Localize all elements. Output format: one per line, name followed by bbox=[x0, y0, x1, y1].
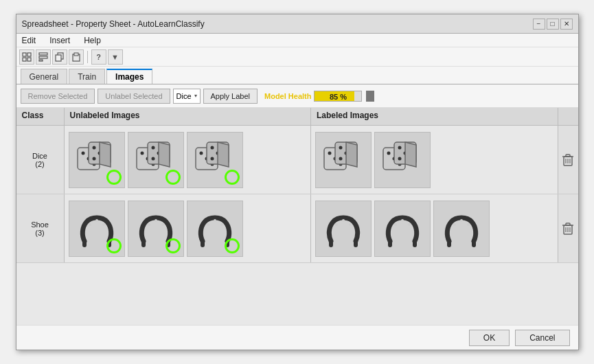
dice-class-label: Dice(2) bbox=[32, 152, 47, 168]
dice-unlabeled-thumb-1[interactable] bbox=[69, 132, 125, 188]
svg-point-85 bbox=[342, 219, 345, 222]
green-circle-overlay-2 bbox=[165, 170, 181, 185]
col-labeled-header: Labeled Images bbox=[311, 108, 558, 125]
menu-insert[interactable]: Insert bbox=[47, 36, 73, 45]
tab-general[interactable]: General bbox=[21, 69, 68, 84]
main-window: Spreadsheet - Property Sheet - AutoLearn… bbox=[16, 14, 579, 350]
menu-edit[interactable]: Edit bbox=[19, 36, 39, 45]
unlabel-selected-button[interactable]: Unlabel Selected bbox=[98, 89, 170, 104]
svg-rect-3 bbox=[27, 58, 31, 61]
horseshoe-labeled-svg-3 bbox=[441, 208, 482, 249]
col-delete-header bbox=[558, 108, 578, 125]
svg-point-86 bbox=[349, 223, 352, 226]
shoe-class-label: Shoe(3) bbox=[31, 220, 49, 237]
svg-rect-10 bbox=[74, 53, 78, 56]
toolbar-arrow-button[interactable]: ▼ bbox=[108, 49, 123, 65]
dropdown-value: Dice bbox=[176, 92, 192, 100]
shoe-green-circle-1 bbox=[106, 238, 122, 253]
content-area: Class Unlabeled Images Labeled Images Di… bbox=[16, 108, 578, 325]
svg-point-12 bbox=[81, 151, 84, 155]
model-health-label: Model Health bbox=[264, 92, 311, 100]
svg-rect-2 bbox=[23, 58, 26, 61]
toolbar-help-button[interactable]: ? bbox=[91, 49, 106, 65]
svg-point-81 bbox=[220, 223, 223, 226]
dice-delete-button[interactable] bbox=[558, 126, 578, 194]
title-bar: Spreadsheet - Property Sheet - AutoLearn… bbox=[16, 14, 578, 34]
dice-labeled-thumb-2[interactable] bbox=[374, 132, 431, 188]
col-class-header: Class bbox=[16, 108, 65, 125]
svg-rect-6 bbox=[39, 60, 43, 61]
shoe-unlabeled-thumb-2[interactable] bbox=[128, 201, 184, 257]
window-title: Spreadsheet - Property Sheet - AutoLearn… bbox=[22, 19, 205, 29]
tab-train[interactable]: Train bbox=[69, 69, 105, 84]
svg-point-22 bbox=[140, 151, 144, 155]
svg-point-56 bbox=[398, 146, 402, 149]
svg-point-36 bbox=[210, 146, 214, 149]
svg-point-39 bbox=[210, 157, 214, 160]
dice-labeled-thumb-1[interactable] bbox=[315, 132, 372, 188]
dice-class-cell: Dice(2) bbox=[16, 126, 65, 194]
svg-point-75 bbox=[155, 219, 157, 222]
toolbar-grid1-button[interactable] bbox=[19, 49, 34, 65]
shoe-green-circle-2 bbox=[165, 238, 181, 253]
shoe-delete-button[interactable] bbox=[558, 194, 578, 262]
ok-button[interactable]: OK bbox=[469, 330, 510, 346]
svg-point-80 bbox=[214, 219, 216, 222]
close-button[interactable]: ✕ bbox=[560, 19, 573, 30]
shoe-labeled-thumb-2[interactable] bbox=[374, 201, 431, 257]
shoe-labeled-images bbox=[311, 194, 558, 262]
svg-point-74 bbox=[148, 223, 150, 226]
dice-unlabeled-thumb-3[interactable] bbox=[187, 132, 243, 188]
tab-images[interactable]: Images bbox=[106, 69, 152, 84]
health-bar-end bbox=[366, 91, 374, 102]
shoe-class-cell: Shoe(3) bbox=[16, 194, 65, 262]
svg-point-89 bbox=[394, 223, 397, 226]
svg-point-42 bbox=[328, 151, 332, 155]
remove-selected-button[interactable]: Remove Selected bbox=[21, 89, 95, 104]
svg-point-52 bbox=[387, 151, 391, 155]
cancel-button[interactable]: Cancel bbox=[515, 330, 569, 346]
title-bar-buttons: − □ ✕ bbox=[533, 19, 573, 30]
svg-point-16 bbox=[92, 146, 95, 149]
empty-content-area bbox=[16, 263, 578, 325]
svg-point-46 bbox=[339, 146, 343, 149]
dice-dropdown[interactable]: Dice ▾ bbox=[173, 89, 201, 104]
svg-point-70 bbox=[95, 219, 98, 222]
toolbar-copy-button[interactable] bbox=[52, 49, 67, 65]
toolbar-separator bbox=[87, 51, 88, 63]
chevron-down-icon: ▾ bbox=[194, 93, 197, 99]
toolbar-grid2-button[interactable] bbox=[36, 49, 51, 65]
shoe-labeled-thumb-3[interactable] bbox=[433, 201, 490, 257]
shoe-labeled-thumb-1[interactable] bbox=[315, 201, 372, 257]
svg-point-95 bbox=[460, 219, 463, 222]
svg-rect-99 bbox=[566, 223, 570, 225]
green-circle-overlay-1 bbox=[106, 170, 122, 185]
shoe-unlabeled-thumb-1[interactable] bbox=[69, 201, 125, 257]
toolbar: ? ▼ bbox=[16, 47, 578, 67]
horseshoe-labeled-svg-2 bbox=[382, 208, 423, 249]
tab-bar: General Train Images bbox=[16, 67, 578, 84]
shoe-unlabeled-thumb-3[interactable] bbox=[187, 201, 243, 257]
apply-label-button[interactable]: Apply Label bbox=[203, 89, 258, 104]
dice-unlabeled-thumb-2[interactable] bbox=[128, 132, 184, 188]
svg-point-94 bbox=[453, 223, 456, 226]
shoe-unlabeled-images bbox=[65, 194, 312, 262]
table-row: Dice(2) bbox=[16, 126, 578, 194]
trash-icon bbox=[562, 223, 573, 235]
svg-point-59 bbox=[398, 157, 402, 160]
minimize-button[interactable]: − bbox=[533, 19, 545, 30]
svg-rect-1 bbox=[27, 53, 31, 56]
dice-unlabeled-images bbox=[65, 126, 312, 194]
svg-point-19 bbox=[92, 157, 95, 160]
table-row: Shoe(3) bbox=[16, 194, 578, 263]
footer: OK Cancel bbox=[16, 325, 578, 350]
maximize-button[interactable]: □ bbox=[547, 19, 559, 30]
svg-point-91 bbox=[408, 223, 411, 226]
menu-help[interactable]: Help bbox=[81, 36, 104, 45]
svg-rect-4 bbox=[39, 53, 47, 55]
health-bar-text: 85 % bbox=[315, 91, 361, 102]
svg-point-69 bbox=[89, 223, 91, 226]
trash-icon bbox=[562, 154, 573, 166]
svg-point-26 bbox=[151, 146, 155, 149]
toolbar-paste-button[interactable] bbox=[69, 49, 84, 65]
